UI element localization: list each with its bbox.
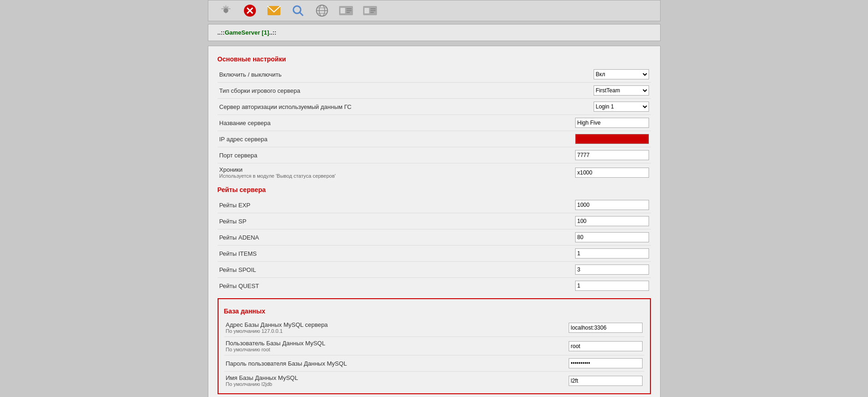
field-chronicles-sublabel: Используется в модуле 'Вывод статуса сер… bbox=[219, 173, 498, 179]
field-db-address: Адрес Базы Данных MySQL сервера По умолч… bbox=[224, 319, 644, 337]
field-db-user: Пользователь Базы Данных MySQL По умолча… bbox=[224, 337, 644, 355]
field-build-input-cell: FirstTeam Other bbox=[499, 83, 650, 99]
field-chronicles-input-cell bbox=[499, 163, 650, 182]
gear-icon[interactable] bbox=[218, 2, 234, 19]
db-address-input[interactable] bbox=[569, 323, 643, 333]
field-adena-input-cell bbox=[499, 229, 650, 246]
field-db-name-label: Имя Базы Данных MySQL По умолчанию l2jdb bbox=[224, 372, 498, 390]
field-ip-input-cell bbox=[499, 131, 650, 147]
field-db-user-sublabel: По умолчанию root bbox=[226, 347, 496, 352]
server-rates-title: Рейты сервера bbox=[218, 186, 651, 193]
server-name-input[interactable] bbox=[575, 118, 649, 128]
field-build-type: Тип сборки игрового сервера FirstTeam Ot… bbox=[218, 83, 651, 99]
field-adena: Рейты ADENA bbox=[218, 229, 651, 246]
field-enable: Включить / выключить Вкл Выкл bbox=[218, 66, 651, 83]
basic-settings-title: Основные настройки bbox=[218, 55, 651, 63]
field-sp-label: Рейты SP bbox=[218, 213, 499, 229]
field-server-name-input-cell bbox=[499, 115, 650, 131]
build-type-select[interactable]: FirstTeam Other bbox=[594, 85, 649, 96]
basic-settings-table: Включить / выключить Вкл Выкл Тип сборки… bbox=[218, 66, 651, 181]
chronicles-input[interactable] bbox=[575, 168, 649, 178]
field-db-name-input-cell bbox=[497, 372, 644, 390]
field-chronicles: Хроники Используется в модуле 'Вывод ста… bbox=[218, 163, 651, 182]
database-section: База данных Адрес Базы Данных MySQL серв… bbox=[218, 298, 651, 394]
field-enable-label: Включить / выключить bbox=[218, 66, 499, 83]
field-sp: Рейты SP bbox=[218, 213, 651, 229]
field-exp-label: Рейты EXP bbox=[218, 197, 499, 213]
svg-rect-13 bbox=[340, 8, 345, 13]
auth-server-select[interactable]: Login 1 Login 2 bbox=[594, 102, 649, 112]
field-spoil: Рейты SPOIL bbox=[218, 262, 651, 278]
field-server-name: Название сервера bbox=[218, 115, 651, 131]
field-db-name: Имя Базы Данных MySQL По умолчанию l2jdb bbox=[224, 372, 644, 390]
id-card-icon[interactable] bbox=[338, 2, 354, 19]
port-input[interactable] bbox=[575, 150, 649, 160]
database-table: Адрес Базы Данных MySQL сервера По умолч… bbox=[224, 319, 644, 390]
field-port-input-cell bbox=[499, 147, 650, 163]
field-auth-label: Сервер авторизации используемый данным Г… bbox=[218, 99, 499, 115]
field-ip-label: IP адрес сервера bbox=[218, 131, 499, 147]
field-ip: IP адрес сервера bbox=[218, 131, 651, 147]
field-quest-label: Рейты QUEST bbox=[218, 278, 499, 294]
field-sp-input-cell bbox=[499, 213, 650, 229]
field-db-address-label: Адрес Базы Данных MySQL сервера По умолч… bbox=[224, 319, 498, 337]
page-wrapper: ..::GameServer [1]..:: Основные настройк… bbox=[0, 0, 868, 397]
quest-input[interactable] bbox=[575, 281, 649, 291]
field-db-user-input-cell bbox=[497, 337, 644, 355]
exp-input[interactable] bbox=[575, 200, 649, 210]
globe-icon[interactable] bbox=[314, 2, 330, 19]
field-items-label: Рейты ITEMS bbox=[218, 246, 499, 262]
field-exp: Рейты EXP bbox=[218, 197, 651, 213]
field-items-input-cell bbox=[499, 246, 650, 262]
search-icon[interactable] bbox=[290, 2, 306, 19]
field-items: Рейты ITEMS bbox=[218, 246, 651, 262]
items-input[interactable] bbox=[575, 248, 649, 259]
mail-icon[interactable] bbox=[266, 2, 282, 19]
rates-table: Рейты EXP Рейты SP Рейты ADENA Рейты ITE… bbox=[218, 197, 651, 294]
field-db-address-sublabel: По умолчанию 127.0.0.1 bbox=[226, 328, 496, 334]
db-name-input[interactable] bbox=[569, 376, 643, 386]
field-quest-input-cell bbox=[499, 278, 650, 294]
database-title: База данных bbox=[224, 307, 644, 315]
field-adena-label: Рейты ADENA bbox=[218, 229, 499, 246]
field-auth-server: Сервер авторизации используемый данным Г… bbox=[218, 99, 651, 115]
svg-rect-18 bbox=[364, 8, 369, 13]
svg-line-6 bbox=[300, 12, 303, 16]
field-quest: Рейты QUEST bbox=[218, 278, 651, 294]
main-panel: Основные настройки Включить / выключить … bbox=[208, 46, 661, 397]
db-user-input[interactable] bbox=[569, 341, 643, 351]
top-icon-bar bbox=[208, 0, 661, 21]
db-password-input[interactable] bbox=[569, 358, 643, 368]
id-card2-icon[interactable] bbox=[362, 2, 378, 19]
field-spoil-input-cell bbox=[499, 262, 650, 278]
ip-input[interactable] bbox=[575, 134, 649, 144]
field-db-user-label: Пользователь Базы Данных MySQL По умолча… bbox=[224, 337, 498, 355]
field-db-password: Пароль пользователя Базы Данных MySQL bbox=[224, 355, 644, 372]
enable-select[interactable]: Вкл Выкл bbox=[594, 69, 649, 79]
field-build-label: Тип сборки игрового сервера bbox=[218, 83, 499, 99]
red-x-icon[interactable] bbox=[242, 2, 258, 19]
sp-input[interactable] bbox=[575, 216, 649, 226]
field-db-address-input-cell bbox=[497, 319, 644, 337]
field-db-password-input-cell bbox=[497, 355, 644, 372]
field-port-label: Порт сервера bbox=[218, 147, 499, 163]
field-enable-input-cell: Вкл Выкл bbox=[499, 66, 650, 83]
field-server-name-label: Название сервера bbox=[218, 115, 499, 131]
adena-input[interactable] bbox=[575, 232, 649, 242]
spoil-input[interactable] bbox=[575, 265, 649, 275]
title-bar: ..::GameServer [1]..:: bbox=[208, 24, 661, 41]
field-db-password-label: Пароль пользователя Базы Данных MySQL bbox=[224, 355, 498, 372]
field-chronicles-label: Хроники Используется в модуле 'Вывод ста… bbox=[218, 163, 499, 182]
field-auth-input-cell: Login 1 Login 2 bbox=[499, 99, 650, 115]
field-exp-input-cell bbox=[499, 197, 650, 213]
svg-point-5 bbox=[293, 6, 301, 13]
field-port: Порт сервера bbox=[218, 147, 651, 163]
field-spoil-label: Рейты SPOIL bbox=[218, 262, 499, 278]
game-server-title: GameServer [1] bbox=[225, 29, 269, 36]
field-db-name-sublabel: По умолчанию l2jdb bbox=[226, 381, 496, 387]
